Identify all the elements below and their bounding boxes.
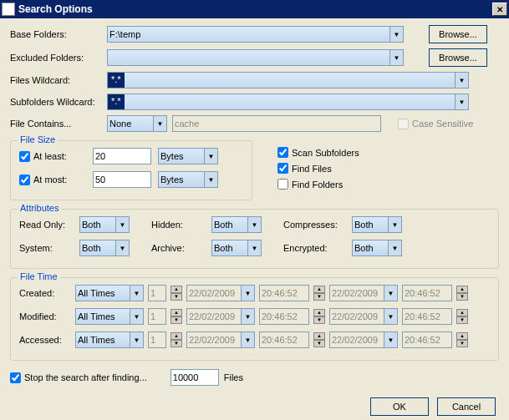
- files-suffix-label: Files: [224, 372, 243, 382]
- files-wildcard-combo[interactable]: [107, 72, 469, 89]
- spin-down-icon[interactable]: ▼: [313, 293, 325, 301]
- created-time2[interactable]: [402, 285, 452, 301]
- ok-button[interactable]: OK: [370, 397, 429, 416]
- spin-up-icon[interactable]: ▲: [313, 309, 325, 316]
- accessed-count[interactable]: [148, 331, 166, 348]
- spin-up-icon[interactable]: ▲: [313, 286, 325, 293]
- created-label: Created:: [19, 288, 71, 298]
- at-least-unit-combo[interactable]: [158, 148, 218, 164]
- modified-time2[interactable]: [402, 308, 452, 325]
- window-title: Search Options: [18, 3, 492, 15]
- subfolders-wildcard-label: Subfolders Wildcard:: [10, 97, 107, 107]
- at-most-label: At most:: [33, 175, 67, 185]
- spin-up-icon[interactable]: ▲: [171, 286, 182, 293]
- excluded-folders-combo[interactable]: [107, 49, 404, 66]
- compresses-label: Compresses:: [283, 220, 345, 230]
- close-button[interactable]: ✕: [492, 3, 507, 16]
- excluded-folders-label: Excluded Folders:: [10, 53, 107, 63]
- compresses-combo[interactable]: [352, 216, 402, 233]
- archive-label: Archive:: [151, 243, 205, 253]
- browse-base-button[interactable]: Browse...: [429, 25, 487, 43]
- spin-down-icon[interactable]: ▼: [456, 316, 468, 324]
- find-folders-label: Find Folders: [292, 180, 343, 190]
- created-mode-combo[interactable]: [75, 285, 144, 301]
- file-contains-text[interactable]: [172, 115, 381, 132]
- files-wildcard-value: *.*: [108, 73, 125, 88]
- files-wildcard-label: Files Wildcard:: [10, 75, 107, 85]
- find-files-label: Find Files: [292, 164, 332, 174]
- subfolders-wildcard-combo[interactable]: [107, 94, 469, 110]
- file-size-group: File Size At least: ▼ At most:: [10, 140, 252, 200]
- modified-mode-combo[interactable]: [75, 308, 144, 325]
- file-size-legend: File Size: [18, 134, 58, 144]
- accessed-date1[interactable]: [186, 331, 255, 348]
- at-most-checkbox[interactable]: [19, 175, 30, 185]
- base-folders-label: Base Folders:: [10, 29, 107, 39]
- find-files-checkbox[interactable]: [277, 163, 288, 174]
- spin-down-icon[interactable]: ▼: [171, 340, 182, 347]
- file-contains-label: File Contains...: [10, 119, 107, 129]
- system-label: System:: [19, 243, 73, 253]
- scan-subfolders-label: Scan Subfolders: [292, 148, 359, 158]
- modified-time1[interactable]: [259, 308, 309, 325]
- accessed-date2[interactable]: [329, 331, 398, 348]
- cancel-button[interactable]: Cancel: [437, 397, 496, 416]
- base-folders-combo[interactable]: [107, 26, 404, 43]
- spin-up-icon[interactable]: ▲: [456, 286, 468, 293]
- created-time1[interactable]: [259, 285, 309, 301]
- created-date2[interactable]: [329, 285, 398, 301]
- browse-excluded-button[interactable]: Browse...: [429, 48, 487, 67]
- spin-down-icon[interactable]: ▼: [313, 316, 325, 324]
- spin-up-icon[interactable]: ▲: [313, 332, 325, 340]
- modified-count[interactable]: [148, 308, 166, 325]
- modified-date1[interactable]: [186, 308, 255, 325]
- case-sensitive-label: Case Sensitive: [412, 119, 473, 129]
- accessed-mode-combo[interactable]: [75, 331, 144, 348]
- modified-date2[interactable]: [329, 308, 398, 325]
- spin-up-icon[interactable]: ▲: [456, 309, 468, 316]
- at-least-label: At least:: [33, 151, 67, 161]
- file-time-group: File Time Created: ▼ ▲▼ ▼ ▲▼ ▼ ▲▼ Modifi…: [10, 277, 499, 361]
- stop-after-label: Stop the search after finding...: [24, 372, 147, 382]
- spin-up-icon[interactable]: ▲: [171, 309, 182, 316]
- find-folders-checkbox[interactable]: [277, 179, 288, 190]
- system-combo[interactable]: [79, 240, 130, 256]
- modified-label: Modified:: [19, 311, 71, 321]
- spin-up-icon[interactable]: ▲: [456, 332, 468, 340]
- attributes-group: Attributes Read Only: ▼ Hidden: ▼ Compre…: [10, 209, 499, 269]
- spin-down-icon[interactable]: ▼: [313, 340, 325, 347]
- at-least-value[interactable]: [93, 148, 151, 164]
- stop-after-checkbox[interactable]: [10, 372, 21, 383]
- case-sensitive-checkbox[interactable]: [398, 119, 409, 129]
- at-most-value[interactable]: [93, 171, 151, 188]
- accessed-label: Accessed:: [19, 335, 71, 345]
- spin-down-icon[interactable]: ▼: [456, 340, 468, 347]
- created-count[interactable]: [148, 285, 166, 301]
- file-time-legend: File Time: [18, 271, 60, 281]
- accessed-time1[interactable]: [259, 331, 309, 348]
- encrypted-combo[interactable]: [352, 240, 402, 256]
- attributes-legend: Attributes: [18, 203, 61, 213]
- scan-subfolders-checkbox[interactable]: [277, 147, 288, 158]
- created-date1[interactable]: [186, 285, 255, 301]
- subfolders-wildcard-value: *.*: [108, 94, 125, 109]
- file-contains-mode-combo[interactable]: [107, 115, 167, 132]
- spin-down-icon[interactable]: ▼: [171, 293, 182, 301]
- titlebar: Search Options ✕: [0, 0, 509, 18]
- encrypted-label: Encrypted:: [283, 243, 345, 253]
- read-only-combo[interactable]: [79, 216, 130, 233]
- read-only-label: Read Only:: [19, 220, 73, 230]
- archive-combo[interactable]: [211, 240, 262, 256]
- hidden-label: Hidden:: [151, 220, 205, 230]
- accessed-time2[interactable]: [402, 331, 452, 348]
- spin-down-icon[interactable]: ▼: [456, 293, 468, 301]
- at-most-unit-combo[interactable]: [158, 171, 218, 188]
- hidden-combo[interactable]: [211, 216, 262, 233]
- stop-after-count[interactable]: [171, 369, 219, 386]
- at-least-checkbox[interactable]: [19, 151, 30, 162]
- spin-down-icon[interactable]: ▼: [171, 316, 182, 324]
- app-icon: [2, 3, 15, 16]
- spin-up-icon[interactable]: ▲: [171, 332, 182, 340]
